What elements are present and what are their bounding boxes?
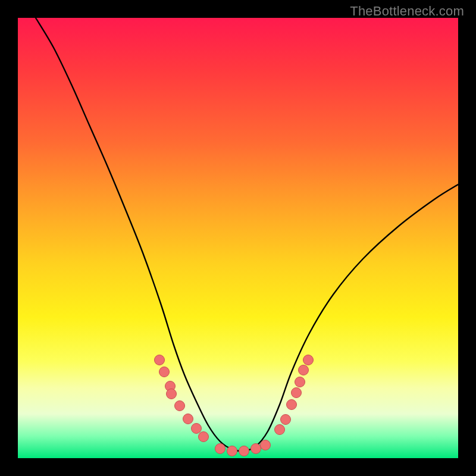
data-marker (199, 432, 209, 442)
attribution-text: TheBottleneck.com (350, 4, 464, 19)
data-marker (159, 367, 170, 377)
data-marker (155, 355, 165, 365)
bottleneck-curve (36, 18, 458, 451)
chart-frame: TheBottleneck.com (0, 0, 476, 476)
data-marker (175, 401, 185, 411)
data-marker (192, 424, 202, 434)
data-marker (275, 425, 285, 435)
data-marker (215, 444, 226, 454)
data-marker (287, 400, 297, 410)
data-marker (295, 377, 305, 387)
data-marker (261, 440, 271, 450)
data-marker (303, 355, 314, 365)
data-marker (299, 365, 309, 375)
markers-group (155, 355, 314, 456)
data-marker (281, 415, 291, 425)
data-marker (183, 414, 193, 424)
data-marker (167, 389, 177, 399)
data-marker (227, 446, 237, 456)
chart-svg (18, 18, 458, 458)
data-marker (251, 444, 261, 454)
data-marker (239, 446, 249, 456)
plot-area (18, 18, 458, 458)
data-marker (292, 388, 302, 398)
